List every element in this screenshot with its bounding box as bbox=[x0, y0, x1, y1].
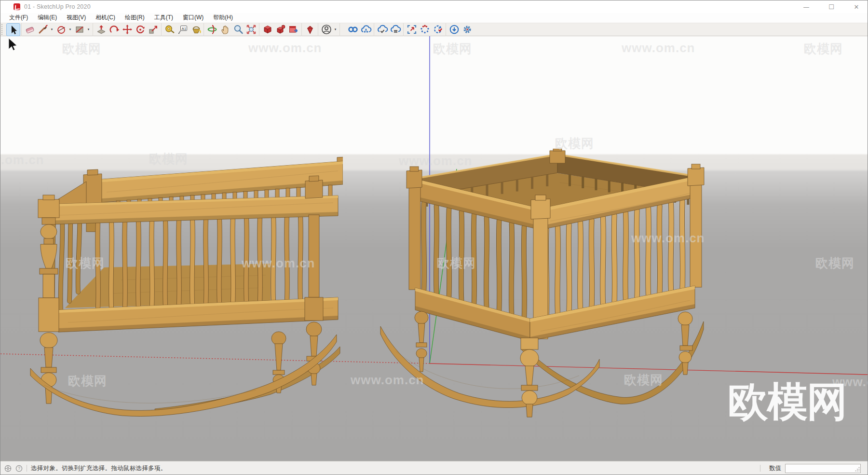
rotate-tool[interactable] bbox=[134, 24, 147, 36]
toolbar: ▼ ▼ ▼ bbox=[0, 23, 868, 36]
arc-tool[interactable] bbox=[54, 24, 68, 36]
text-tool-label: A1 bbox=[181, 27, 186, 31]
follow-me-tool[interactable] bbox=[108, 24, 121, 36]
window-title: 01 - SketchUp Pro 2020 bbox=[24, 3, 91, 10]
extension-ring-tool[interactable] bbox=[418, 24, 431, 36]
select-tool[interactable] bbox=[7, 24, 20, 36]
extension-gem-tool[interactable] bbox=[303, 24, 316, 36]
measurement-label: 数值 bbox=[769, 464, 781, 473]
scale-tool[interactable] bbox=[147, 24, 160, 36]
tape-measure-tool[interactable] bbox=[163, 24, 176, 36]
wooden-rocking-crib-right[interactable] bbox=[377, 149, 709, 426]
zoom-extents-tool[interactable] bbox=[244, 24, 258, 36]
select-cursor-icon bbox=[7, 38, 20, 52]
menu-tools[interactable]: 工具(T) bbox=[149, 13, 178, 23]
orbit-tool[interactable] bbox=[205, 24, 218, 36]
minimize-button[interactable]: — bbox=[801, 1, 812, 12]
sign-in-account[interactable] bbox=[320, 24, 333, 36]
push-pull-tool[interactable] bbox=[95, 24, 108, 36]
title-bar: 01 - SketchUp Pro 2020 — ☐ ✕ bbox=[0, 0, 868, 13]
viewport-frame-tool[interactable] bbox=[405, 24, 418, 36]
rectangle-tool-dropdown[interactable]: ▼ bbox=[86, 24, 91, 36]
sign-in-dropdown[interactable]: ▼ bbox=[333, 24, 338, 36]
move-tool[interactable] bbox=[121, 24, 134, 36]
text-tool[interactable]: A1 bbox=[176, 24, 189, 36]
arc-tool-dropdown[interactable]: ▼ bbox=[68, 24, 73, 36]
line-tool[interactable] bbox=[36, 24, 49, 36]
menu-file[interactable]: 文件(F) bbox=[4, 13, 33, 23]
cloud-check-tool[interactable] bbox=[376, 24, 389, 36]
help-status-icon[interactable]: ? bbox=[15, 465, 23, 472]
menu-help[interactable]: 帮助(H) bbox=[208, 13, 238, 23]
menu-draw[interactable]: 绘图(R) bbox=[120, 13, 149, 23]
component-tool[interactable] bbox=[274, 24, 287, 36]
layout-export-tool[interactable] bbox=[287, 24, 300, 36]
cloud-lines-tool[interactable] bbox=[389, 24, 402, 36]
status-bar: ? 选择对象。切换到扩充选择。拖动鼠标选择多项。 数值 bbox=[0, 461, 868, 475]
wooden-rocking-crib-left[interactable] bbox=[25, 149, 343, 426]
sync-check-tool[interactable] bbox=[431, 24, 444, 36]
menu-bar: 文件(F) 编辑(E) 视图(V) 相机(C) 绘图(R) 工具(T) 窗口(W… bbox=[0, 13, 868, 23]
line-tool-dropdown[interactable]: ▼ bbox=[49, 24, 54, 36]
paint-bucket-tool[interactable] bbox=[189, 24, 202, 36]
zoom-tool[interactable] bbox=[231, 24, 244, 36]
measurement-input[interactable] bbox=[785, 464, 861, 473]
sketchup-logo-icon bbox=[14, 3, 20, 10]
trimble-connect-link-tool[interactable] bbox=[346, 24, 359, 36]
menu-view[interactable]: 视图(V) bbox=[62, 13, 91, 23]
menu-edit[interactable]: 编辑(E) bbox=[33, 13, 62, 23]
eraser-tool[interactable] bbox=[23, 24, 36, 36]
menu-window[interactable]: 窗口(W) bbox=[178, 13, 208, 23]
sketchup-window: 01 - SketchUp Pro 2020 — ☐ ✕ 文件(F) 编辑(E)… bbox=[0, 0, 868, 475]
3d-viewport-canvas[interactable]: 欧模网www.om.cn欧模网www.om.cn欧模网www.om.cn欧模网w… bbox=[0, 36, 868, 461]
3d-warehouse-tool[interactable] bbox=[261, 24, 274, 36]
rectangle-tool[interactable] bbox=[73, 24, 86, 36]
cloud-share-tool[interactable] bbox=[359, 24, 372, 36]
maximize-button[interactable]: ☐ bbox=[826, 1, 837, 12]
geolocate-status-icon[interactable] bbox=[4, 465, 12, 472]
menu-camera[interactable]: 相机(C) bbox=[91, 13, 120, 23]
download-manager-tool[interactable] bbox=[448, 24, 461, 36]
toolbar-drag-handle[interactable] bbox=[1, 24, 4, 35]
close-button[interactable]: ✕ bbox=[851, 1, 862, 12]
pan-tool[interactable] bbox=[218, 24, 231, 36]
resize-grip[interactable] bbox=[855, 467, 860, 472]
status-hint-text: 选择对象。切换到扩充选择。拖动鼠标选择多项。 bbox=[31, 464, 167, 473]
settings-gear-tool[interactable] bbox=[461, 24, 474, 36]
svg-text:?: ? bbox=[18, 466, 20, 471]
